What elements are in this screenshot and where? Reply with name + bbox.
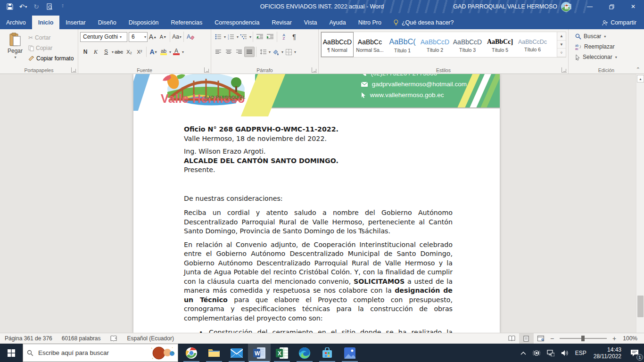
proofing-status[interactable] [106, 333, 123, 344]
print-preview-icon[interactable] [43, 1, 56, 12]
clock[interactable]: 14:43 28/11/2022 [590, 346, 625, 360]
tab-referencias[interactable]: Referencias [165, 16, 209, 29]
language-indicator[interactable]: ESP [572, 344, 590, 362]
letter-body[interactable]: Oficio N° 268 GADPRVH-O-WMC-11-2022. Val… [184, 125, 453, 333]
styles-scroll-up-icon[interactable]: ▲ [557, 32, 566, 41]
justify-button[interactable] [244, 47, 255, 57]
strikethrough-button[interactable]: abc [114, 47, 124, 57]
sort-button[interactable]: A Z [279, 32, 289, 42]
shading-button[interactable] [271, 47, 281, 57]
zoom-level[interactable]: 100% [618, 333, 644, 344]
dialog-launcher-fuente[interactable] [204, 67, 209, 73]
taskbar-excel-icon[interactable]: X [271, 344, 293, 362]
zoom-in-button[interactable]: + [611, 335, 618, 342]
web-layout-button[interactable] [534, 333, 548, 344]
volume-icon[interactable] [558, 344, 572, 362]
increase-indent-button[interactable] [265, 32, 275, 42]
network-icon[interactable] [544, 344, 558, 362]
redo-icon[interactable]: ↻ [30, 1, 42, 12]
change-case-button[interactable]: Aa▾ [172, 32, 182, 42]
styles-scroll-down-icon[interactable]: ▼ [557, 41, 566, 49]
tab-diseno[interactable]: Diseño [92, 16, 123, 29]
print-layout-button[interactable] [519, 333, 534, 344]
ribbon-display-options-icon[interactable] [557, 0, 579, 13]
align-center-button[interactable] [223, 47, 234, 57]
cut-button[interactable]: ✂Cortar [28, 33, 74, 42]
subscript-button[interactable]: X₂ [124, 47, 134, 57]
taskbar-chrome-icon[interactable] [180, 344, 203, 362]
paste-button[interactable]: Pegar ▾ [2, 31, 28, 66]
bold-button[interactable]: N [80, 47, 91, 57]
dialog-launcher-estilos[interactable] [561, 67, 567, 73]
align-left-button[interactable] [213, 47, 223, 57]
copy-button[interactable]: Copiar [28, 44, 74, 52]
tab-vista[interactable]: Vista [298, 16, 323, 29]
shrink-font-button[interactable]: A▼ [158, 32, 168, 42]
tab-disposicion[interactable]: Disposición [123, 16, 165, 29]
tab-ayuda[interactable]: Ayuda [323, 16, 352, 29]
start-button[interactable] [0, 344, 23, 362]
tell-me-box[interactable]: ¿Qué desea hacer? [388, 16, 460, 29]
grow-font-button[interactable]: A▲ [148, 32, 158, 42]
document-page[interactable]: (02)2773226 / 2773866 gadprvallehermoso@… [133, 74, 500, 333]
collapse-ribbon-icon[interactable]: ⌃ [636, 66, 640, 73]
undo-icon[interactable]: ↶▾ [17, 1, 29, 12]
page-indicator[interactable]: Página 361 de 376 [0, 333, 57, 344]
number-list-button[interactable]: 123 [226, 32, 236, 42]
show-marks-button[interactable]: ¶ [289, 32, 299, 42]
taskbar-explorer-icon[interactable] [203, 344, 225, 362]
underline-button[interactable]: S [101, 47, 111, 57]
share-button[interactable]: Compartir [594, 16, 644, 29]
style-normal-sa[interactable]: AaBbCc Normal Sa... [354, 32, 386, 57]
taskbar-edge-icon[interactable] [293, 344, 316, 362]
line-spacing-button[interactable] [258, 47, 268, 57]
clear-formatting-button[interactable]: A [185, 32, 196, 42]
font-size-combo[interactable]: 6 ▾ [129, 32, 148, 42]
read-mode-button[interactable] [504, 333, 519, 344]
meet-now-icon[interactable] [529, 344, 544, 362]
replace-button[interactable]: abac Reemplazar [575, 42, 642, 51]
taskbar-mail-icon[interactable] [225, 344, 248, 362]
tab-nitro-pro[interactable]: Nitro Pro [352, 16, 388, 29]
text-effects-button[interactable]: A▾ [148, 47, 158, 57]
minimize-icon[interactable]: — [579, 0, 601, 13]
dialog-launcher-portapapeles[interactable] [71, 67, 76, 73]
zoom-slider-thumb[interactable] [581, 336, 585, 341]
style-titulo-2[interactable]: AaBbCcD Título 2 [419, 32, 451, 57]
vertical-scrollbar[interactable]: ▲ [636, 74, 644, 333]
tab-inicio[interactable]: Inicio [32, 16, 60, 29]
scroll-up-icon[interactable]: ▲ [637, 75, 644, 82]
format-painter-button[interactable]: Copiar formato [28, 54, 74, 63]
taskbar-word-icon[interactable]: W [248, 344, 271, 362]
customize-qat-icon[interactable]: ⸚ [57, 1, 69, 12]
tab-revisar[interactable]: Revisar [265, 16, 297, 29]
italic-button[interactable]: K [91, 47, 101, 57]
style-titulo-6[interactable]: AaBbCcDc Título 6 [516, 32, 549, 57]
multilevel-caret-icon[interactable]: ▾ [249, 35, 251, 39]
borders-caret-icon[interactable]: ▾ [294, 50, 296, 54]
action-center-icon[interactable]: 1 [625, 344, 644, 362]
style-titulo-3[interactable]: AaBbCcD Título 3 [451, 32, 484, 57]
tab-archivo[interactable]: Archivo [0, 16, 32, 29]
dialog-launcher-parrafo[interactable] [312, 67, 317, 73]
save-icon[interactable] [4, 1, 16, 12]
paste-caret-icon[interactable]: ▾ [14, 55, 16, 59]
language-indicator[interactable]: Español (Ecuador) [123, 333, 179, 344]
taskbar-photos-icon[interactable] [339, 344, 361, 362]
zoom-out-button[interactable]: − [548, 335, 556, 342]
close-icon[interactable]: ✕ [622, 0, 644, 13]
decrease-indent-button[interactable] [255, 32, 265, 42]
style-titulo-1[interactable]: AaBbC( Título 1 [386, 32, 419, 57]
highlight-button[interactable]: ab [158, 47, 169, 57]
taskbar-store-icon[interactable] [316, 344, 339, 362]
select-button[interactable]: Seleccionar▾ [575, 52, 642, 62]
account-area[interactable]: GAD PARROQUIAL VALLE HERMOSO [453, 0, 571, 13]
restore-icon[interactable] [601, 0, 622, 13]
tray-chevron-icon[interactable] [517, 344, 529, 362]
borders-button[interactable] [283, 47, 294, 57]
font-color-caret-icon[interactable]: ▾ [182, 50, 184, 54]
find-button[interactable]: Buscar▾ [575, 32, 642, 41]
tab-correspondencia[interactable]: Correspondencia [208, 16, 265, 29]
zoom-slider[interactable] [560, 338, 607, 339]
multilevel-list-button[interactable] [239, 32, 249, 42]
